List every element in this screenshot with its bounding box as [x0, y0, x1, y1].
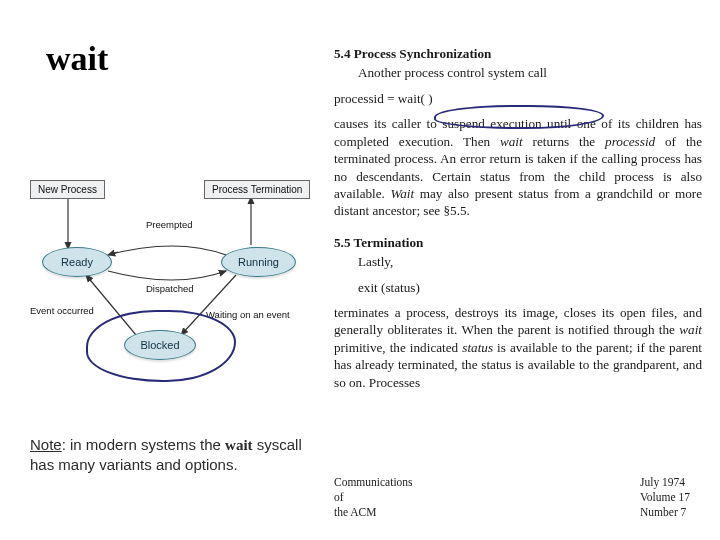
process-state-diagram: New Process Process Termination Ready Ru…: [26, 175, 326, 405]
section-5-5-heading: 5.5 Termination: [334, 234, 702, 251]
para-sync: causes its caller to suspend execution u…: [334, 115, 702, 220]
footer-of: of: [334, 490, 413, 505]
footer-right: July 1974 Volume 17 Number 7: [640, 475, 690, 520]
exit-code: exit (status): [358, 279, 702, 296]
svg-line-2: [108, 252, 118, 255]
hand-circle-suspend: [434, 105, 604, 129]
label-dispatched: Dispatched: [146, 283, 194, 294]
label-waiting: Waiting on an event: [206, 309, 290, 320]
new-process-box: New Process: [30, 180, 105, 199]
section-5-4-heading: 5.4 Process Synchronization: [334, 45, 702, 62]
note-wait-word: wait: [225, 437, 253, 453]
state-ready: Ready: [42, 247, 112, 277]
section-5-5-subtitle: Lastly,: [358, 253, 702, 270]
footer-volume: Volume 17: [640, 490, 690, 505]
slide-title: wait: [46, 40, 108, 78]
publication-footer: Communications of the ACM July 1974 Volu…: [334, 475, 690, 520]
hand-circle-blocked: [86, 310, 236, 382]
footer-left: Communications of the ACM: [334, 475, 413, 520]
label-event-occurred: Event occurred: [30, 305, 94, 316]
section-5-4-subtitle: Another process control system call: [358, 64, 702, 81]
label-preempted: Preempted: [146, 219, 192, 230]
state-running: Running: [221, 247, 296, 277]
para-termination: terminates a process, destroys its image…: [334, 304, 702, 391]
process-termination-box: Process Termination: [204, 180, 310, 199]
note-body-1: : in modern systems the: [62, 436, 225, 453]
note-text: Note: in modern systems the wait syscall…: [30, 435, 310, 476]
footer-number: Number 7: [640, 505, 690, 520]
footer-acm: the ACM: [334, 505, 413, 520]
textbook-excerpt: 5.4 Process Synchronization Another proc…: [334, 45, 702, 401]
footer-date: July 1974: [640, 475, 690, 490]
footer-communications: Communications: [334, 475, 413, 490]
note-label: Note: [30, 436, 62, 453]
